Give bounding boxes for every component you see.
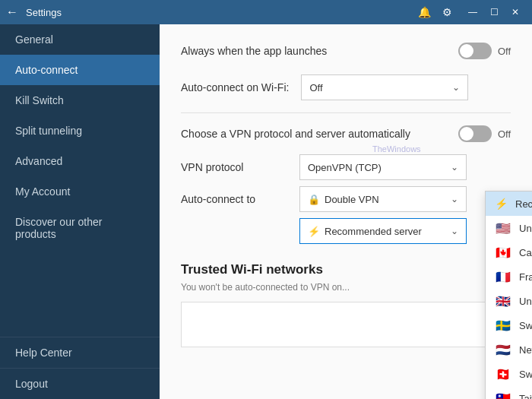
dropdown-item-nl[interactable]: 🇳🇱 Netherlands bbox=[486, 337, 532, 362]
protocol-dropdown-value: OpenVPN (TCP) bbox=[308, 162, 382, 173]
sidebar-item-auto-connect[interactable]: Auto-connect bbox=[0, 55, 160, 85]
minimize-button[interactable]: — bbox=[462, 2, 483, 23]
sidebar-item-logout[interactable]: Logout bbox=[0, 368, 160, 399]
bolt-icon-selected: ⚡ bbox=[308, 226, 320, 237]
flag-se: 🇸🇪 bbox=[495, 319, 511, 331]
watermark: TheWindows bbox=[372, 144, 421, 154]
dropdown-item-gb-label: United Kingdom bbox=[519, 296, 532, 307]
autoconnect-dropdown-arrow: ⌄ bbox=[451, 194, 458, 204]
always-launch-row: Always when the app launches Off bbox=[181, 43, 511, 59]
sidebar: General Auto-connect Kill Switch Split t… bbox=[0, 24, 160, 399]
dropdown-item-tw[interactable]: 🇹🇼 Taiwan bbox=[486, 386, 532, 399]
recommended-row: ⚡ Recommended server ⌄ bbox=[181, 218, 511, 244]
dropdown-item-se-label: Sweden bbox=[519, 320, 532, 331]
choose-vpn-toggle-label: Off bbox=[498, 128, 511, 140]
dropdown-item-recommended-label: Recommended server bbox=[515, 198, 532, 210]
protocol-dropdown-arrow: ⌄ bbox=[451, 162, 458, 173]
autoconnect-dropdown-value: Double VPN bbox=[325, 194, 379, 205]
sidebar-item-my-account[interactable]: My Account bbox=[0, 176, 160, 207]
sidebar-item-general[interactable]: General bbox=[0, 24, 160, 55]
titlebar: ← Settings 🔔 ⚙ — ☐ ✕ bbox=[0, 0, 532, 24]
protocol-label: VPN protocol bbox=[181, 161, 287, 173]
sidebar-item-help-center[interactable]: Help Center bbox=[0, 337, 160, 368]
flag-nl: 🇳🇱 bbox=[495, 344, 511, 356]
flag-ch: 🇨🇭 bbox=[495, 368, 511, 380]
autoconnect-row: Auto-connect to 🔒 Double VPN ⌄ bbox=[181, 186, 511, 212]
dropdown-item-se[interactable]: 🇸🇪 Sweden bbox=[486, 313, 532, 337]
flag-us: 🇺🇸 bbox=[495, 222, 511, 234]
autoconnect-label: Auto-connect to bbox=[181, 193, 287, 205]
always-launch-control: Off bbox=[458, 43, 511, 59]
recommended-inner: ⚡ Recommended server bbox=[308, 226, 422, 237]
gear-icon[interactable]: ⚙ bbox=[438, 3, 456, 21]
divider-1 bbox=[181, 112, 511, 113]
always-launch-toggle-label: Off bbox=[498, 46, 511, 57]
sidebar-item-advanced[interactable]: Advanced bbox=[0, 146, 160, 176]
flag-ca: 🇨🇦 bbox=[495, 246, 511, 258]
sidebar-bottom: Help Center Logout bbox=[0, 337, 160, 399]
wifi-networks-box bbox=[181, 302, 511, 347]
trusted-section: Trusted Wi-Fi networks You won't be auto… bbox=[181, 262, 511, 347]
dropdown-item-fr[interactable]: 🇫🇷 France bbox=[486, 264, 532, 289]
protocol-row: VPN protocol OpenVPN (TCP) ⌄ bbox=[181, 154, 511, 180]
always-launch-toggle[interactable] bbox=[458, 43, 492, 59]
trusted-title: Trusted Wi-Fi networks bbox=[181, 262, 511, 277]
sidebar-item-discover[interactable]: Discover our other products bbox=[0, 207, 160, 249]
wifi-row: Auto-connect on Wi-Fi: Off ⌄ bbox=[181, 74, 511, 100]
flag-gb: 🇬🇧 bbox=[495, 295, 511, 307]
dropdown-item-fr-label: France bbox=[519, 271, 532, 283]
recommended-value: Recommended server bbox=[325, 226, 422, 237]
recommended-dropdown[interactable]: ⚡ Recommended server ⌄ bbox=[299, 218, 467, 244]
notification-icon[interactable]: 🔔 bbox=[415, 3, 433, 21]
always-launch-label: Always when the app launches bbox=[181, 45, 458, 57]
choose-vpn-control: Off bbox=[458, 125, 511, 142]
dropdown-item-us-label: United States bbox=[519, 223, 532, 234]
dropdown-item-recommended[interactable]: ⚡ Recommended server bbox=[486, 192, 532, 216]
choose-vpn-toggle[interactable] bbox=[458, 125, 492, 142]
choose-vpn-label: Choose a VPN protocol and server automat… bbox=[181, 128, 458, 140]
autoconnect-dropdown-inner: 🔒 Double VPN bbox=[308, 194, 379, 205]
flag-fr: 🇫🇷 bbox=[495, 271, 511, 283]
app-title: Settings bbox=[26, 7, 415, 18]
titlebar-icons: 🔔 ⚙ bbox=[415, 3, 456, 21]
close-button[interactable]: ✕ bbox=[505, 2, 526, 23]
choose-vpn-row: Choose a VPN protocol and server automat… bbox=[181, 125, 511, 142]
restore-button[interactable]: ☐ bbox=[483, 2, 505, 23]
dropdown-item-ca-label: Canada bbox=[519, 247, 532, 258]
recommended-dropdown-arrow: ⌄ bbox=[451, 226, 458, 236]
dropdown-item-us[interactable]: 🇺🇸 United States bbox=[486, 216, 532, 240]
autoconnect-dropdown[interactable]: 🔒 Double VPN ⌄ bbox=[299, 186, 467, 212]
wifi-dropdown[interactable]: Off ⌄ bbox=[301, 74, 468, 100]
wifi-dropdown-arrow: ⌄ bbox=[452, 82, 460, 93]
dropdown-item-nl-label: Netherlands bbox=[519, 344, 532, 356]
app-body: General Auto-connect Kill Switch Split t… bbox=[0, 24, 532, 399]
content-area: Always when the app launches Off Auto-co… bbox=[160, 24, 532, 399]
dropdown-item-ch-label: Switzerland bbox=[519, 369, 532, 380]
sidebar-item-kill-switch[interactable]: Kill Switch bbox=[0, 85, 160, 116]
dropdown-item-gb[interactable]: 🇬🇧 United Kingdom bbox=[486, 289, 532, 313]
back-button[interactable]: ← bbox=[6, 5, 18, 19]
protocol-dropdown[interactable]: OpenVPN (TCP) ⌄ bbox=[299, 154, 467, 180]
sidebar-item-split-tunneling[interactable]: Split tunneling bbox=[0, 116, 160, 146]
bolt-icon-recommended: ⚡ bbox=[495, 198, 508, 210]
window-controls: — ☐ ✕ bbox=[462, 2, 526, 23]
dropdown-item-ch[interactable]: 🇨🇭 Switzerland bbox=[486, 362, 532, 386]
wifi-dropdown-value: Off bbox=[309, 82, 322, 93]
lock-icon: 🔒 bbox=[308, 194, 320, 205]
wifi-label: Auto-connect on Wi-Fi: bbox=[181, 81, 289, 93]
trusted-desc: You won't be auto-connected to VPN on... bbox=[181, 282, 511, 293]
dropdown-menu: ⚡ Recommended server 🇺🇸 United States 🇨🇦… bbox=[485, 191, 532, 399]
flag-tw: 🇹🇼 bbox=[495, 392, 511, 399]
dropdown-item-tw-label: Taiwan bbox=[519, 393, 532, 400]
dropdown-item-ca[interactable]: 🇨🇦 Canada bbox=[486, 240, 532, 264]
